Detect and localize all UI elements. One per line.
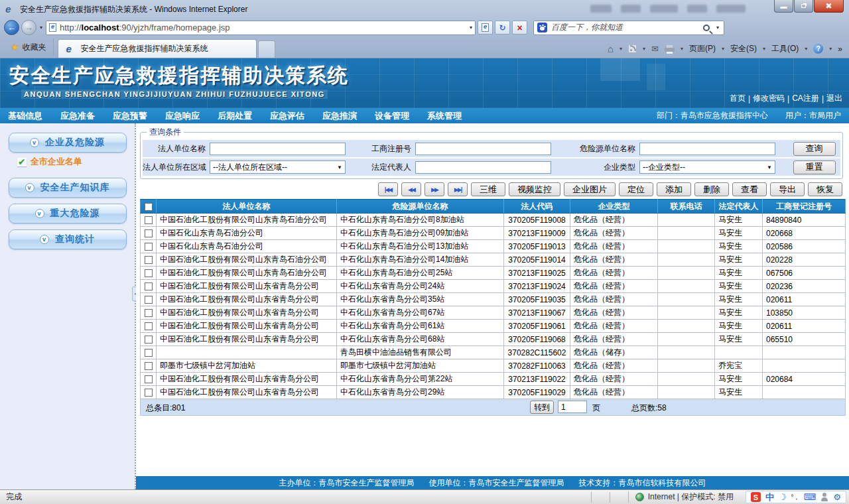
table-row[interactable]: 中国石化山东青岛石油分公司中石化山东青岛石油分公司09加油站370213F119… xyxy=(141,227,846,240)
close-button[interactable]: ✖ xyxy=(814,0,844,13)
row-checkbox[interactable] xyxy=(145,243,153,251)
table-row[interactable]: 中国石油化工股份有限公司山东省青岛分公司中石化山东省青岛分公司24站370213… xyxy=(141,280,846,293)
new-tab-stub[interactable] xyxy=(258,40,275,58)
restore-button[interactable] xyxy=(794,0,813,13)
table-row[interactable]: 中国石化山东青岛石油分公司中石化山东青岛石油分公司13加油站370205F119… xyxy=(141,240,846,253)
active-tab[interactable]: e 安全生产应急救援指挥辅助决策系统 xyxy=(58,39,257,58)
row-checkbox[interactable] xyxy=(145,309,153,317)
favorites-button[interactable]: ★ 收藏夹 xyxy=(4,38,54,56)
search-dropdown-icon[interactable]: ▾ xyxy=(715,25,720,31)
rss-dropdown-icon[interactable]: ▾ xyxy=(643,46,645,52)
table-row[interactable]: 青岛田横中油油品销售有限公司370282C115602危化品（储存） xyxy=(141,346,846,359)
row-checkbox[interactable] xyxy=(145,349,153,357)
url-dropdown-icon[interactable]: ▾ xyxy=(470,25,472,31)
table-row[interactable]: 中国石油化工股份有限公司山东青岛石油分公司中石化山东青岛石油分公司25站3702… xyxy=(141,267,846,280)
toolbar-button[interactable]: 删除 xyxy=(694,182,729,196)
stop-button[interactable]: × xyxy=(512,21,527,34)
legal-rep-input[interactable] xyxy=(415,161,551,174)
chinese-mode-icon[interactable]: 中 xyxy=(765,491,774,503)
punctuation-mode-icon[interactable]: °， xyxy=(791,493,799,502)
pager-last-button[interactable]: ▶▶| xyxy=(448,182,468,196)
table-row[interactable]: 中国石油化工股份有限公司山东省青岛分公司中石化山东省青岛分公司68站370205… xyxy=(141,333,846,346)
table-row[interactable]: 中国石油化工股份有限公司山东青岛石油分公司中石化山东青岛石油分公司8加油站370… xyxy=(141,214,846,227)
region-select[interactable]: --法人单位所在区域--▼ xyxy=(210,160,346,174)
sidebar-group-query-statistics[interactable]: v 查询统计 xyxy=(9,229,127,249)
user-profile-icon[interactable] xyxy=(820,493,828,501)
row-checkbox[interactable] xyxy=(145,362,153,370)
nav-item[interactable]: 应急推演 xyxy=(322,110,357,122)
toolbar-button[interactable]: 三维 xyxy=(471,182,505,196)
toolbar-button[interactable]: 定位 xyxy=(619,182,653,196)
nav-item[interactable]: 系统管理 xyxy=(427,110,462,122)
pager-next-button[interactable]: ▶▶ xyxy=(424,182,444,196)
row-checkbox[interactable] xyxy=(145,269,153,277)
table-row[interactable]: 中国石油化工股份有限公司山东省青岛分公司中石化山东省青岛分公司29站370205… xyxy=(141,386,846,399)
toolbar-button[interactable]: 恢复 xyxy=(808,182,842,196)
table-row[interactable]: 中国石油化工股份有限公司山东省青岛分公司中石化山东省青岛分公司67站370213… xyxy=(141,306,846,320)
compatibility-view-button[interactable] xyxy=(478,21,493,34)
legal-name-input[interactable] xyxy=(210,143,346,155)
pager-prev-button[interactable]: ◀◀ xyxy=(401,182,421,196)
table-row[interactable]: 中国石油化工股份有限公司山东青岛石油分公司中石化山东青岛石油分公司14加油站37… xyxy=(141,253,846,267)
table-row[interactable]: 中国石油化工股份有限公司山东省青岛分公司中石化山东省青岛分公司35站370205… xyxy=(141,293,846,306)
banner-link[interactable]: CA注册 xyxy=(792,93,819,104)
wrench-settings-icon[interactable]: ⚙ xyxy=(833,492,841,502)
goto-page-button[interactable]: 转到 xyxy=(530,401,554,414)
home-icon[interactable]: ⌂ xyxy=(608,43,614,54)
home-dropdown-icon[interactable]: ▾ xyxy=(620,46,622,52)
menu-page[interactable]: 页面(P) xyxy=(689,43,716,54)
menu-safety[interactable]: 安全(S) xyxy=(730,43,757,54)
search-magnifier-icon[interactable] xyxy=(703,25,710,31)
table-row[interactable]: 中国石油化工股份有限公司山东省青岛分公司中石化山东省青岛分公司61站370205… xyxy=(141,320,846,333)
fullwidth-moon-icon[interactable]: ☽ xyxy=(779,492,787,502)
enterprise-type-select[interactable]: --企业类型--▼ xyxy=(639,160,775,174)
table-row[interactable]: 即墨市七级镇中岔河加油站即墨市七级镇中岔河加油站370282F110063危化品… xyxy=(141,359,846,373)
page-number-input[interactable] xyxy=(558,401,587,413)
print-dropdown-icon[interactable]: ▾ xyxy=(681,46,683,52)
sidebar-item-city-enterprise-list[interactable]: ✔ 全市企业名单 xyxy=(0,154,135,170)
safety-dropdown-icon[interactable]: ▾ xyxy=(763,46,765,52)
minimize-button[interactable]: ▬ xyxy=(774,0,793,13)
search-button[interactable]: 查询 xyxy=(793,142,836,156)
sidebar-group-major-hazard[interactable]: v 重大危险源 xyxy=(9,204,127,223)
tools-dropdown-icon[interactable]: ▾ xyxy=(805,46,807,52)
help-icon[interactable]: ? xyxy=(813,44,823,54)
page-dropdown-icon[interactable]: ▾ xyxy=(722,46,724,52)
nav-item[interactable]: 应急准备 xyxy=(60,110,95,122)
row-checkbox[interactable] xyxy=(145,216,153,224)
toolbar-button[interactable]: 导出 xyxy=(770,182,805,196)
table-row[interactable]: 中国石油化工股份有限公司山东省青岛分公司中石化山东省青岛分公司第22站37021… xyxy=(141,373,846,386)
row-checkbox[interactable] xyxy=(145,296,153,304)
url-field[interactable]: http://localhost:90/yjzh/frame/homepage.… xyxy=(46,21,476,35)
row-checkbox[interactable] xyxy=(145,336,153,344)
sidebar-group-enterprise-hazard[interactable]: v 企业及危险源 xyxy=(9,133,127,153)
nav-item[interactable]: 应急响应 xyxy=(165,110,200,122)
toolbar-button[interactable]: 视频监控 xyxy=(509,182,560,196)
banner-link[interactable]: 退出 xyxy=(826,93,842,104)
toolbar-button[interactable]: 查看 xyxy=(732,182,767,196)
banner-link[interactable]: 修改密码 xyxy=(753,93,785,104)
help-dropdown-icon[interactable]: ▾ xyxy=(829,46,832,52)
hazard-name-input[interactable] xyxy=(639,143,775,155)
row-checkbox[interactable] xyxy=(145,375,153,383)
forward-button[interactable]: → xyxy=(21,20,36,35)
nav-item[interactable]: 后期处置 xyxy=(218,110,252,122)
banner-link[interactable]: 首页 xyxy=(730,93,746,104)
nav-item[interactable]: 设备管理 xyxy=(375,110,409,122)
row-checkbox[interactable] xyxy=(145,229,153,237)
nav-item[interactable]: 应急预警 xyxy=(113,110,147,122)
toolbar-button[interactable]: 添加 xyxy=(657,182,691,196)
sidebar-group-knowledge-base[interactable]: v 安全生产知识库 xyxy=(9,178,127,198)
mail-icon[interactable]: ✉ xyxy=(651,44,659,54)
history-dropdown-icon[interactable]: ▾ xyxy=(38,25,44,31)
back-button[interactable]: ← xyxy=(4,20,19,35)
row-checkbox[interactable] xyxy=(145,256,153,264)
row-checkbox[interactable] xyxy=(145,389,153,397)
menu-tools[interactable]: 工具(O) xyxy=(771,43,799,54)
search-box[interactable]: 百度一下，你就知道 ▾ xyxy=(533,21,724,35)
rss-icon[interactable] xyxy=(628,44,637,53)
toolbar-button[interactable]: 企业图片 xyxy=(564,182,616,196)
overflow-chevron-icon[interactable]: » xyxy=(838,44,842,54)
row-checkbox[interactable] xyxy=(145,283,153,290)
keyboard-icon[interactable]: ⌨ xyxy=(804,492,816,502)
